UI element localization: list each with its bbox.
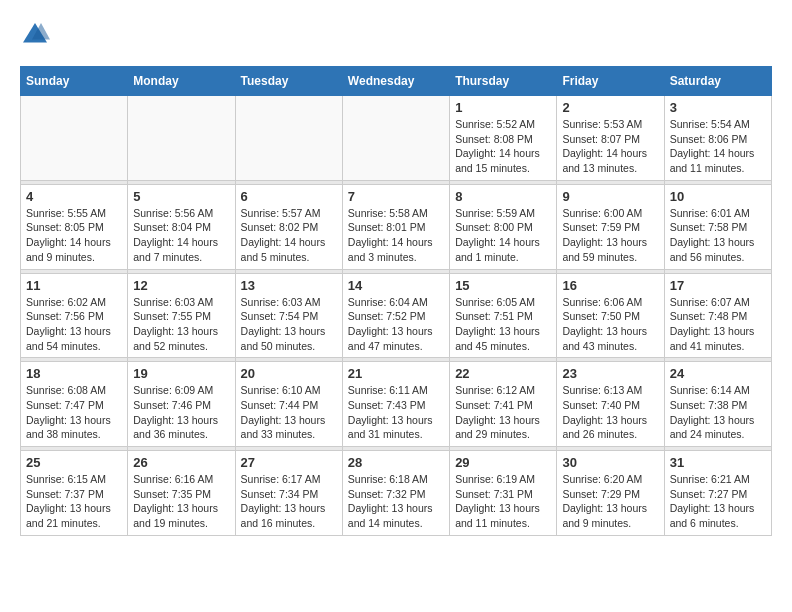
day-number: 5 bbox=[133, 189, 229, 204]
day-info: Sunrise: 6:01 AMSunset: 7:58 PMDaylight:… bbox=[670, 206, 766, 265]
day-number: 1 bbox=[455, 100, 551, 115]
calendar-day-cell: 21Sunrise: 6:11 AMSunset: 7:43 PMDayligh… bbox=[342, 362, 449, 447]
day-number: 9 bbox=[562, 189, 658, 204]
calendar-header-thursday: Thursday bbox=[450, 67, 557, 96]
day-number: 4 bbox=[26, 189, 122, 204]
calendar-header-wednesday: Wednesday bbox=[342, 67, 449, 96]
calendar-day-cell: 12Sunrise: 6:03 AMSunset: 7:55 PMDayligh… bbox=[128, 273, 235, 358]
day-number: 17 bbox=[670, 278, 766, 293]
day-info: Sunrise: 6:04 AMSunset: 7:52 PMDaylight:… bbox=[348, 295, 444, 354]
calendar-day-cell: 8Sunrise: 5:59 AMSunset: 8:00 PMDaylight… bbox=[450, 184, 557, 269]
calendar-day-cell: 26Sunrise: 6:16 AMSunset: 7:35 PMDayligh… bbox=[128, 451, 235, 536]
calendar-day-cell bbox=[235, 96, 342, 181]
calendar-day-cell: 2Sunrise: 5:53 AMSunset: 8:07 PMDaylight… bbox=[557, 96, 664, 181]
calendar-week-row: 1Sunrise: 5:52 AMSunset: 8:08 PMDaylight… bbox=[21, 96, 772, 181]
calendar-week-row: 18Sunrise: 6:08 AMSunset: 7:47 PMDayligh… bbox=[21, 362, 772, 447]
calendar-day-cell: 14Sunrise: 6:04 AMSunset: 7:52 PMDayligh… bbox=[342, 273, 449, 358]
day-number: 3 bbox=[670, 100, 766, 115]
calendar-day-cell: 28Sunrise: 6:18 AMSunset: 7:32 PMDayligh… bbox=[342, 451, 449, 536]
day-info: Sunrise: 6:16 AMSunset: 7:35 PMDaylight:… bbox=[133, 472, 229, 531]
calendar-day-cell bbox=[342, 96, 449, 181]
day-number: 22 bbox=[455, 366, 551, 381]
calendar-day-cell: 1Sunrise: 5:52 AMSunset: 8:08 PMDaylight… bbox=[450, 96, 557, 181]
calendar-day-cell: 15Sunrise: 6:05 AMSunset: 7:51 PMDayligh… bbox=[450, 273, 557, 358]
calendar-day-cell: 22Sunrise: 6:12 AMSunset: 7:41 PMDayligh… bbox=[450, 362, 557, 447]
calendar-day-cell: 30Sunrise: 6:20 AMSunset: 7:29 PMDayligh… bbox=[557, 451, 664, 536]
calendar-day-cell bbox=[128, 96, 235, 181]
calendar-header-sunday: Sunday bbox=[21, 67, 128, 96]
day-number: 20 bbox=[241, 366, 337, 381]
day-info: Sunrise: 6:03 AMSunset: 7:54 PMDaylight:… bbox=[241, 295, 337, 354]
day-number: 2 bbox=[562, 100, 658, 115]
day-number: 23 bbox=[562, 366, 658, 381]
day-number: 13 bbox=[241, 278, 337, 293]
day-number: 30 bbox=[562, 455, 658, 470]
logo bbox=[20, 20, 56, 50]
calendar-day-cell: 5Sunrise: 5:56 AMSunset: 8:04 PMDaylight… bbox=[128, 184, 235, 269]
day-info: Sunrise: 5:59 AMSunset: 8:00 PMDaylight:… bbox=[455, 206, 551, 265]
calendar-day-cell: 19Sunrise: 6:09 AMSunset: 7:46 PMDayligh… bbox=[128, 362, 235, 447]
calendar-day-cell: 24Sunrise: 6:14 AMSunset: 7:38 PMDayligh… bbox=[664, 362, 771, 447]
day-number: 19 bbox=[133, 366, 229, 381]
day-number: 14 bbox=[348, 278, 444, 293]
calendar-day-cell: 3Sunrise: 5:54 AMSunset: 8:06 PMDaylight… bbox=[664, 96, 771, 181]
day-number: 18 bbox=[26, 366, 122, 381]
calendar-day-cell: 4Sunrise: 5:55 AMSunset: 8:05 PMDaylight… bbox=[21, 184, 128, 269]
day-info: Sunrise: 6:02 AMSunset: 7:56 PMDaylight:… bbox=[26, 295, 122, 354]
calendar-header-monday: Monday bbox=[128, 67, 235, 96]
calendar-header-tuesday: Tuesday bbox=[235, 67, 342, 96]
day-number: 25 bbox=[26, 455, 122, 470]
calendar-header-friday: Friday bbox=[557, 67, 664, 96]
day-info: Sunrise: 5:57 AMSunset: 8:02 PMDaylight:… bbox=[241, 206, 337, 265]
calendar-day-cell: 29Sunrise: 6:19 AMSunset: 7:31 PMDayligh… bbox=[450, 451, 557, 536]
calendar-day-cell: 25Sunrise: 6:15 AMSunset: 7:37 PMDayligh… bbox=[21, 451, 128, 536]
day-info: Sunrise: 5:54 AMSunset: 8:06 PMDaylight:… bbox=[670, 117, 766, 176]
day-number: 24 bbox=[670, 366, 766, 381]
day-number: 31 bbox=[670, 455, 766, 470]
calendar-day-cell: 11Sunrise: 6:02 AMSunset: 7:56 PMDayligh… bbox=[21, 273, 128, 358]
day-info: Sunrise: 6:19 AMSunset: 7:31 PMDaylight:… bbox=[455, 472, 551, 531]
day-number: 28 bbox=[348, 455, 444, 470]
calendar-week-row: 11Sunrise: 6:02 AMSunset: 7:56 PMDayligh… bbox=[21, 273, 772, 358]
calendar-day-cell: 16Sunrise: 6:06 AMSunset: 7:50 PMDayligh… bbox=[557, 273, 664, 358]
day-number: 12 bbox=[133, 278, 229, 293]
calendar-day-cell: 17Sunrise: 6:07 AMSunset: 7:48 PMDayligh… bbox=[664, 273, 771, 358]
day-info: Sunrise: 6:14 AMSunset: 7:38 PMDaylight:… bbox=[670, 383, 766, 442]
logo-icon bbox=[20, 20, 50, 50]
day-info: Sunrise: 5:58 AMSunset: 8:01 PMDaylight:… bbox=[348, 206, 444, 265]
day-info: Sunrise: 6:03 AMSunset: 7:55 PMDaylight:… bbox=[133, 295, 229, 354]
calendar-week-row: 4Sunrise: 5:55 AMSunset: 8:05 PMDaylight… bbox=[21, 184, 772, 269]
page-header bbox=[20, 20, 772, 50]
day-number: 6 bbox=[241, 189, 337, 204]
calendar-header-saturday: Saturday bbox=[664, 67, 771, 96]
calendar-day-cell: 27Sunrise: 6:17 AMSunset: 7:34 PMDayligh… bbox=[235, 451, 342, 536]
day-number: 27 bbox=[241, 455, 337, 470]
calendar-day-cell: 31Sunrise: 6:21 AMSunset: 7:27 PMDayligh… bbox=[664, 451, 771, 536]
day-info: Sunrise: 6:20 AMSunset: 7:29 PMDaylight:… bbox=[562, 472, 658, 531]
day-number: 29 bbox=[455, 455, 551, 470]
day-info: Sunrise: 6:18 AMSunset: 7:32 PMDaylight:… bbox=[348, 472, 444, 531]
day-number: 26 bbox=[133, 455, 229, 470]
day-info: Sunrise: 6:09 AMSunset: 7:46 PMDaylight:… bbox=[133, 383, 229, 442]
calendar-week-row: 25Sunrise: 6:15 AMSunset: 7:37 PMDayligh… bbox=[21, 451, 772, 536]
day-info: Sunrise: 6:17 AMSunset: 7:34 PMDaylight:… bbox=[241, 472, 337, 531]
day-number: 8 bbox=[455, 189, 551, 204]
calendar-day-cell: 10Sunrise: 6:01 AMSunset: 7:58 PMDayligh… bbox=[664, 184, 771, 269]
day-number: 21 bbox=[348, 366, 444, 381]
calendar-day-cell: 20Sunrise: 6:10 AMSunset: 7:44 PMDayligh… bbox=[235, 362, 342, 447]
day-info: Sunrise: 6:11 AMSunset: 7:43 PMDaylight:… bbox=[348, 383, 444, 442]
calendar-day-cell: 23Sunrise: 6:13 AMSunset: 7:40 PMDayligh… bbox=[557, 362, 664, 447]
calendar-day-cell: 6Sunrise: 5:57 AMSunset: 8:02 PMDaylight… bbox=[235, 184, 342, 269]
day-info: Sunrise: 5:53 AMSunset: 8:07 PMDaylight:… bbox=[562, 117, 658, 176]
day-info: Sunrise: 5:56 AMSunset: 8:04 PMDaylight:… bbox=[133, 206, 229, 265]
day-info: Sunrise: 6:06 AMSunset: 7:50 PMDaylight:… bbox=[562, 295, 658, 354]
day-number: 10 bbox=[670, 189, 766, 204]
day-info: Sunrise: 6:10 AMSunset: 7:44 PMDaylight:… bbox=[241, 383, 337, 442]
calendar-day-cell: 7Sunrise: 5:58 AMSunset: 8:01 PMDaylight… bbox=[342, 184, 449, 269]
calendar-day-cell: 18Sunrise: 6:08 AMSunset: 7:47 PMDayligh… bbox=[21, 362, 128, 447]
day-info: Sunrise: 6:07 AMSunset: 7:48 PMDaylight:… bbox=[670, 295, 766, 354]
calendar-header-row: SundayMondayTuesdayWednesdayThursdayFrid… bbox=[21, 67, 772, 96]
day-info: Sunrise: 6:12 AMSunset: 7:41 PMDaylight:… bbox=[455, 383, 551, 442]
day-info: Sunrise: 6:21 AMSunset: 7:27 PMDaylight:… bbox=[670, 472, 766, 531]
day-info: Sunrise: 6:05 AMSunset: 7:51 PMDaylight:… bbox=[455, 295, 551, 354]
